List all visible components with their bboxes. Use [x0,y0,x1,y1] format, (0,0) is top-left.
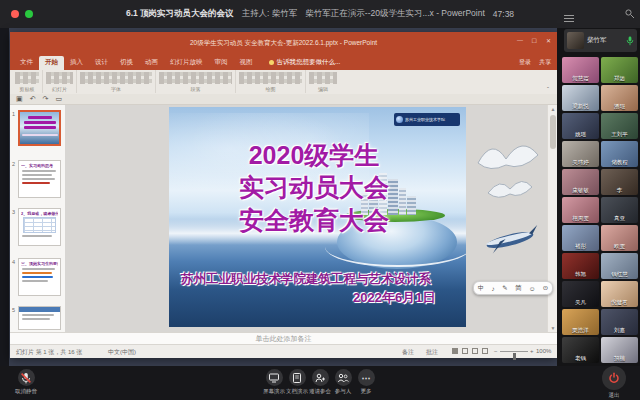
minimize-icon[interactable]: — [517,37,523,43]
participant-tile[interactable]: 褚彤 [562,225,599,251]
language-indicator[interactable]: 中文(中国) [108,348,136,357]
participant-tile[interactable]: 姚瑶 [562,113,599,139]
ppt-document-title: 20级学生实习动员 安全教育大会-更新2022.6.1.pptx - Power… [10,39,557,48]
slide-canvas[interactable]: 苏州工业职业技术学院 2020级学生 实习动员大会 安全教育大会 苏州工业职业技… [65,105,547,332]
zoom-slider[interactable] [500,351,528,352]
slide-thumbnail-5[interactable] [18,306,61,330]
tab-insert[interactable]: 插入 [64,56,89,70]
participant-tile[interactable]: 真亚 [601,197,638,223]
participant-name: 真亚 [601,215,638,222]
slide-thumbnail-3[interactable]: 2、我是谁，或者做什么? [18,208,61,246]
maximize-icon[interactable]: ☐ [532,37,537,44]
ribbon-group-editing[interactable]: 编辑 [306,70,340,93]
more-button[interactable]: ⋯ 更多 [344,369,388,395]
participant-tile[interactable]: 储教程 [601,141,638,167]
slide-thumbnail-1[interactable] [18,110,61,146]
participant-tile[interactable]: 刘嘉 [601,309,638,335]
tab-animations[interactable]: 动画 [139,56,164,70]
participant-tile[interactable]: 栗浩洋 [562,309,599,335]
notes-toggle[interactable]: 备注 [402,348,414,357]
ime-settings-icon[interactable]: ⊙ [543,284,548,292]
tab-design[interactable]: 设计 [89,56,114,70]
participant-tile[interactable]: 王刘平 [601,113,638,139]
participant-name: 姚瑶 [562,131,599,138]
ribbon-group-paragraph[interactable]: 段落 [156,70,236,93]
participant-tile[interactable]: 李 [601,169,638,195]
participant-tile[interactable]: 梁新悦 [562,85,599,111]
thumbnail-2-heading: 一、实习前的思考 [21,163,58,168]
comments-toggle[interactable]: 批注 [426,348,438,357]
zoom-slider-knob[interactable] [513,353,516,360]
zoom-in-icon[interactable]: + [530,348,534,354]
normal-view-icon[interactable] [452,348,458,354]
undo-icon[interactable]: ↶ [30,95,36,103]
participant-tile[interactable]: 郑远 [601,57,638,83]
slide-thumbnail-4[interactable]: 三、顶岗实习生的要求 [18,258,61,296]
ribbon-group-drawing[interactable]: 绘图 [236,70,306,93]
layout-toggle-icon[interactable] [564,15,574,22]
powerpoint-window: 20级学生实习动员 安全教育大会-更新2022.6.1.pptx - Power… [10,32,557,357]
ribbon-group-clipboard[interactable]: 剪贴板 [12,70,43,93]
thumbnail-3-table [23,217,56,233]
participant-name: 褚彤 [562,243,599,250]
participant-tile[interactable]: 吴玮婷 [562,141,599,167]
slideshow-view-icon[interactable] [482,348,488,354]
ime-emoji-icon[interactable]: ☺ [529,285,536,292]
participant-tile[interactable]: 老钱 [562,337,599,363]
current-slide[interactable]: 苏州工业职业技术学院 2020级学生 实习动员大会 安全教育大会 苏州工业职业技… [169,107,466,327]
participant-tile[interactable]: 钱红慧 [601,253,638,279]
participant-tile[interactable]: 贺慧霞 [562,57,599,83]
slide-counter: 幻灯片 第 1 张，共 16 张 [16,348,82,357]
participant-tile[interactable]: 韩旭 [562,253,599,279]
participant-name: 康敏敏 [562,187,599,194]
scrollbar-thumb[interactable] [550,115,556,149]
participant-tile[interactable]: 招楠 [601,337,638,363]
collapse-ribbon-icon[interactable]: ˆ [547,86,549,92]
tab-home[interactable]: 开始 [39,56,64,70]
slide-thumbnail-2[interactable]: 一、实习前的思考 [18,160,61,198]
participant-name: 韩旭 [562,271,599,278]
participant-tile[interactable]: 相周雯 [562,197,599,223]
thumb-number: 5 [12,307,15,313]
ime-simplified-icon[interactable]: 简 [515,284,522,293]
participant-tile[interactable]: 倪健君 [601,281,638,307]
start-slideshow-icon[interactable]: ▭ [55,95,62,103]
tell-me-box[interactable]: 告诉我您想要做什么... [259,56,345,70]
participant-tile[interactable]: 吴凡 [562,281,599,307]
exit-meeting-button[interactable]: 退出 [592,366,636,399]
host-avatar [567,32,584,49]
participant-tile[interactable]: 潘琨 [601,85,638,111]
sign-in-button[interactable]: 登录 [519,58,531,67]
save-icon[interactable]: ▣ [16,95,23,103]
redo-icon[interactable]: ↷ [43,95,49,103]
ime-mode-chinese[interactable]: 中 [478,284,485,293]
participant-tile[interactable]: 康敏敏 [562,169,599,195]
unmute-button[interactable]: 取消静音 [4,369,48,395]
tab-transitions[interactable]: 切换 [114,56,139,70]
ribbon-group-font[interactable]: 字体 [77,70,156,93]
share-button[interactable]: 共享 [539,58,551,67]
app-titlebar: 6.1 顶岗实习动员大会的会议 主持人: 柴竹军 柴竹军正在演示--20级学生实… [0,0,640,29]
participant-name: 贺慧霞 [562,75,599,82]
tab-review[interactable]: 审阅 [209,56,234,70]
globe-logo-icon [396,116,403,123]
meeting-titlebar-text: 6.1 顶岗实习动员大会的会议 主持人: 柴竹军 柴竹军正在演示--20级学生实… [0,0,640,28]
reading-view-icon[interactable] [472,348,478,354]
tab-file[interactable]: 文件 [14,56,39,70]
host-video-tile[interactable]: 柴竹军 [564,29,637,52]
ribbon-group-slides[interactable]: 幻灯片 [43,70,77,93]
zoom-level[interactable]: 100% [536,348,551,354]
ime-voice-icon[interactable]: ♪ [492,285,495,292]
slide-sorter-view-icon[interactable] [462,348,468,354]
tab-view[interactable]: 视图 [234,56,259,70]
participant-tile[interactable]: 欧雯 [601,225,638,251]
school-logo: 苏州工业职业技术学院 [394,113,460,126]
mic-active-icon [626,36,634,46]
tab-slideshow[interactable]: 幻灯片放映 [164,56,209,70]
close-icon[interactable]: ✕ [546,37,551,44]
zoom-out-icon[interactable]: − [494,348,498,354]
ime-handwriting-icon[interactable]: ✎ [502,284,507,292]
canvas-scrollbar[interactable]: ▲ ▼ [547,105,557,332]
slide-title-line2: 实习动员大会 [169,171,459,204]
pin-icon[interactable] [624,8,636,20]
